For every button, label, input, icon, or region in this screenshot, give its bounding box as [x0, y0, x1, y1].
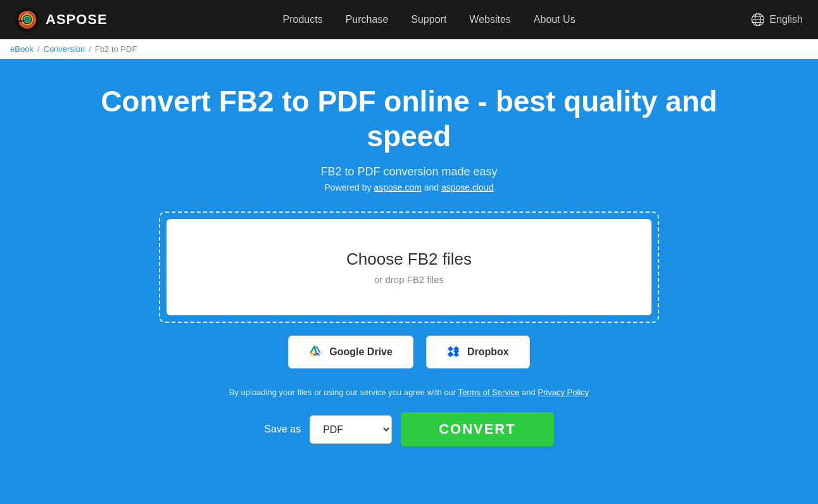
breadcrumb-sep2: / — [89, 44, 91, 54]
logo-text: ASPOSE — [46, 11, 108, 28]
google-drive-icon — [309, 345, 323, 359]
drop-zone[interactable]: Choose FB2 files or drop FB2 files — [167, 219, 651, 315]
breadcrumb-ebook[interactable]: eBook — [10, 44, 34, 54]
breadcrumb-sep1: / — [37, 44, 40, 54]
dropbox-button[interactable]: Dropbox — [426, 336, 530, 369]
nav-support[interactable]: Support — [411, 14, 446, 25]
main-content: Convert FB2 to PDF online - best quality… — [0, 59, 818, 504]
language-selector[interactable]: English — [751, 13, 803, 27]
dropbox-label: Dropbox — [467, 346, 509, 358]
navbar: ASPOSE Products Purchase Support Website… — [0, 0, 818, 39]
nav-products[interactable]: Products — [283, 14, 323, 25]
powered-by-text: Powered by aspose.com and aspose.cloud — [13, 182, 805, 192]
globe-icon — [751, 13, 765, 27]
save-as-label: Save as — [264, 424, 301, 435]
drop-zone-title: Choose FB2 files — [179, 249, 639, 269]
format-select[interactable]: PDF DOCX HTML EPUB XPS — [310, 415, 392, 444]
breadcrumb-conversion[interactable]: Conversion — [44, 44, 85, 54]
terms-of-service-link[interactable]: Terms of Service — [458, 387, 520, 397]
breadcrumb: eBook / Conversion / Fb2 to PDF — [0, 39, 818, 59]
page-subtitle: FB2 to PDF conversion made easy — [13, 165, 805, 179]
dropbox-icon — [447, 345, 461, 359]
drop-zone-wrapper: Choose FB2 files or drop FB2 files — [159, 211, 659, 323]
convert-row: Save as PDF DOCX HTML EPUB XPS CONVERT — [13, 412, 805, 446]
nav-links: Products Purchase Support Websites About… — [283, 14, 576, 25]
page-title: Convert FB2 to PDF online - best quality… — [92, 84, 726, 154]
aspose-com-link[interactable]: aspose.com — [374, 182, 421, 192]
convert-button[interactable]: CONVERT — [401, 412, 554, 446]
breadcrumb-current: Fb2 to PDF — [95, 44, 137, 54]
google-drive-button[interactable]: Google Drive — [288, 336, 413, 369]
privacy-policy-link[interactable]: Privacy Policy — [538, 387, 589, 397]
drop-zone-subtitle: or drop FB2 files — [179, 274, 639, 285]
aspose-logo-icon — [15, 8, 39, 32]
cloud-buttons: Google Drive Dropbox — [13, 336, 805, 369]
nav-about-us[interactable]: About Us — [534, 14, 576, 25]
terms-text: By uploading your files or using our ser… — [13, 387, 805, 397]
nav-websites[interactable]: Websites — [469, 14, 511, 25]
aspose-cloud-link[interactable]: aspose.cloud — [441, 182, 494, 192]
language-label: English — [770, 14, 803, 25]
google-drive-label: Google Drive — [329, 346, 393, 358]
nav-purchase[interactable]: Purchase — [346, 14, 389, 25]
logo-link[interactable]: ASPOSE — [15, 8, 108, 32]
